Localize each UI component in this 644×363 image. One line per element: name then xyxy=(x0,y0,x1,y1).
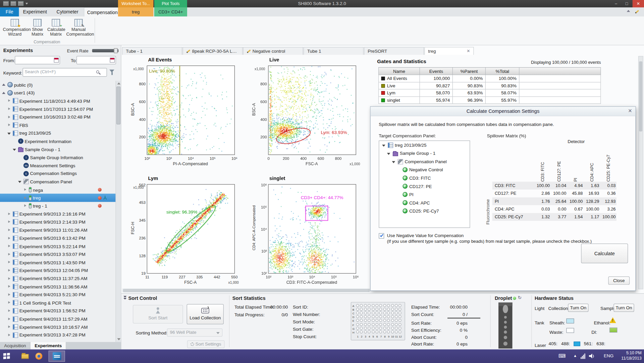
well-A8[interactable] xyxy=(383,304,386,307)
expander-icon[interactable] xyxy=(7,276,11,281)
well-B8[interactable] xyxy=(383,308,386,311)
well-A7[interactable] xyxy=(379,304,382,307)
tree-item-experiment-9-5-2013-3-53-07-pm[interactable]: Experiment 9/5/2013 3:53:07 PM xyxy=(0,250,116,258)
tree-item-user1-43[interactable]: user1 (43) xyxy=(0,89,116,97)
well-E12[interactable] xyxy=(399,319,402,322)
dialog-tree-item-cd25-pe-cy7[interactable]: ✓CD25: PE-Cy7 xyxy=(379,207,470,215)
well-G1[interactable] xyxy=(356,327,359,330)
scrollbar-thumb[interactable] xyxy=(639,61,642,132)
expander-icon[interactable] xyxy=(7,292,11,297)
well-A3[interactable] xyxy=(364,304,367,307)
worksheet-tab-tube-1[interactable]: Tube - 1 xyxy=(122,47,182,55)
well-B11[interactable] xyxy=(395,308,398,311)
ribbon-tab-experiment[interactable]: Experiment xyxy=(19,7,51,16)
well-D9[interactable] xyxy=(387,315,390,318)
well-D6[interactable] xyxy=(375,315,378,318)
well-F10[interactable] xyxy=(391,323,394,326)
dialog-close-button[interactable]: Close xyxy=(608,276,630,285)
tree-item-compensation-settings[interactable]: cCompensation Settings xyxy=(0,170,116,178)
well-D3[interactable] xyxy=(364,315,367,318)
stats-row-live[interactable]: Live90,82790.83%90.83% xyxy=(379,82,601,89)
expander-icon[interactable] xyxy=(7,252,11,257)
language-indicator[interactable]: ENG xyxy=(604,353,613,358)
expander-icon[interactable] xyxy=(7,131,11,135)
keyboard-icon[interactable]: ⌨ xyxy=(558,353,566,359)
ribbon-tab-file[interactable]: File xyxy=(0,7,19,16)
well-H8[interactable] xyxy=(383,330,386,333)
expander-icon[interactable] xyxy=(391,159,396,164)
well-E6[interactable] xyxy=(375,319,378,322)
well-A2[interactable] xyxy=(360,304,363,307)
tree-item-sample-group-information[interactable]: iSample Group Information xyxy=(0,153,116,162)
well-C10[interactable] xyxy=(391,312,394,315)
search-icon[interactable] xyxy=(96,71,99,74)
collapse-panel-icon[interactable] xyxy=(123,296,127,300)
expander-icon[interactable] xyxy=(7,309,11,313)
tree-item-nega[interactable]: nega xyxy=(0,186,116,194)
plot-canvas[interactable]: Live: 90.83% xyxy=(147,65,235,155)
edit-pencil-icon[interactable] xyxy=(635,10,639,14)
dialog-close-icon[interactable]: ✕ xyxy=(628,108,632,114)
gate-label-cd3-cd4-44-77[interactable]: CD3+ CD4+: 44.77% xyxy=(301,195,343,200)
calendar-icon[interactable] xyxy=(54,58,59,63)
tree-item-treg-2013-09-25[interactable]: treg 2013/09/25 xyxy=(0,129,116,137)
expander-icon[interactable] xyxy=(7,301,11,305)
well-D8[interactable] xyxy=(383,315,386,318)
to-date-input[interactable] xyxy=(76,56,116,64)
well-C6[interactable] xyxy=(375,312,378,315)
expander-icon[interactable] xyxy=(7,268,11,273)
worksheet-tab-8peak-rcp-30-5a-lot-ad04[interactable]: 8peak RCP-30-5A Lot#AD04 xyxy=(182,47,243,55)
well-G11[interactable] xyxy=(395,327,398,330)
expander-icon[interactable] xyxy=(7,333,11,337)
sort-settings-button[interactable]: Sort Settings xyxy=(187,341,225,348)
tree-item-experiment-9-5-2013-1-43-50-pm[interactable]: Experiment 9/5/2013 1:43:50 PM xyxy=(0,258,116,266)
plot-canvas[interactable]: CD3+ CD4+: 44.77% xyxy=(268,184,356,273)
expander-icon[interactable] xyxy=(7,244,11,248)
dialog-tree-item-sample-group-1[interactable]: Sample Group - 1 xyxy=(379,149,470,157)
sample-turn-on-button[interactable]: Turn On xyxy=(613,304,634,312)
dialog-tree-item-cd3-fitc[interactable]: ✓CD3: FITC xyxy=(379,174,470,182)
well-A4[interactable] xyxy=(368,304,371,307)
load-collection-button[interactable]: Load Collection xyxy=(187,304,224,324)
well-C5[interactable] xyxy=(372,312,375,315)
well-B9[interactable] xyxy=(387,308,390,311)
well-E1[interactable] xyxy=(356,319,359,322)
tree-item-fbs[interactable]: FBS xyxy=(0,121,116,129)
tab-experiments[interactable]: Experiments xyxy=(31,342,66,349)
sort-start-button[interactable]: Sort Start xyxy=(133,305,183,323)
expander-icon[interactable] xyxy=(23,195,28,200)
tree-item-experiment-9-9-2013-2-16-16-pm[interactable]: Experiment 9/9/2013 2:16:16 PM xyxy=(0,210,116,218)
well-C12[interactable] xyxy=(399,312,402,315)
well-E5[interactable] xyxy=(372,319,375,322)
expander-icon[interactable] xyxy=(12,147,17,151)
ribbon-button-compensation-wizard[interactable]: ★CompensationWizard xyxy=(2,18,27,40)
statistics-table[interactable]: NameEvents%Parent%TotalAll Events100,000… xyxy=(378,67,601,104)
worksheet-tab-treg[interactable]: treg✕ xyxy=(424,47,474,55)
tree-item-treg[interactable]: treg xyxy=(0,194,116,202)
well-B5[interactable] xyxy=(372,308,375,311)
well-G7[interactable] xyxy=(379,327,382,330)
well-B12[interactable] xyxy=(399,308,402,311)
clock-date[interactable]: 11/18/2013 xyxy=(616,356,642,360)
expander-icon[interactable] xyxy=(18,179,22,184)
well-H4[interactable] xyxy=(368,330,371,333)
well-G3[interactable] xyxy=(364,327,367,330)
dialog-tree-item-treg-2013-09-25[interactable]: treg 2013/09/25 xyxy=(379,141,470,149)
well-G5[interactable] xyxy=(372,327,375,330)
expander-icon[interactable] xyxy=(387,151,391,155)
well-G9[interactable] xyxy=(387,327,390,330)
from-date-input[interactable] xyxy=(15,56,60,64)
expander-icon[interactable] xyxy=(382,143,386,147)
well-B4[interactable] xyxy=(368,308,371,311)
clock-time[interactable]: 5:10 PM xyxy=(619,351,642,355)
event-rate-slider-handle[interactable] xyxy=(114,48,118,53)
expander-icon[interactable] xyxy=(23,187,28,192)
dialog-tree-item-negative-control[interactable]: ✓Negative Control xyxy=(379,166,470,174)
tree-item-experiment-9-4-2013-10-16-57-am[interactable]: Experiment 9/4/2013 10:16:57 AM xyxy=(0,323,116,331)
well-H12[interactable] xyxy=(399,330,402,333)
well-H10[interactable] xyxy=(391,330,394,333)
well-C8[interactable] xyxy=(383,312,386,315)
start-button[interactable] xyxy=(3,353,10,359)
ribbon-tab-cytometer[interactable]: Cytometer xyxy=(51,7,84,16)
tab-acquisition[interactable]: Acquisition xyxy=(0,342,31,349)
